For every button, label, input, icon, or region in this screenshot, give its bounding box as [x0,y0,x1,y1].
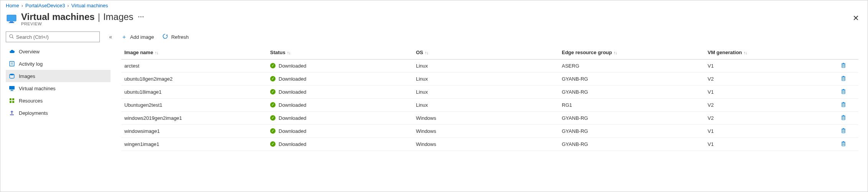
breadcrumbs: Home › PortalAseDevice3 › Virtual machin… [0,0,868,9]
sidebar-item-activity[interactable]: Activity log [6,58,111,70]
delete-button[interactable] [841,141,846,146]
blade-header: Virtual machines | Images ··· PREVIEW [0,9,868,28]
sidebar-item-resources[interactable]: Resources [6,94,111,107]
table-row[interactable]: ubuntu18gen2image2DownloadedLinuxGYANB-R… [121,72,858,85]
title-separator: | [98,12,100,22]
cell-vm-generation: V2 [705,98,838,111]
cell-os: Linux [413,72,559,85]
breadcrumb-home[interactable]: Home [6,3,19,8]
svg-rect-1 [10,22,13,22]
cell-status: Downloaded [267,98,413,111]
svg-rect-13 [12,98,14,100]
close-blade-button[interactable]: ✕ [853,14,859,22]
success-icon [270,128,276,134]
refresh-button[interactable]: Refresh [162,33,189,40]
refresh-icon [162,33,168,40]
more-actions-button[interactable]: ··· [138,13,144,20]
cell-os: Linux [413,59,559,72]
cell-vm-generation: V1 [705,85,838,98]
cell-vm-generation: V1 [705,124,838,137]
sidebar-item-label: Virtual machines [19,86,56,91]
sidebar-item-label: Resources [19,98,43,104]
cell-vm-generation: V2 [705,111,838,124]
svg-rect-9 [9,86,15,89]
col-header-gen[interactable]: VM generation↑↓ [705,46,838,59]
delete-button[interactable] [841,89,846,94]
sidebar-item-images[interactable]: Images [6,70,111,82]
cell-image-name: ubuntu18image1 [121,85,267,98]
cell-resource-group: GYANB-RG [559,111,705,124]
success-icon [270,115,276,121]
cell-resource-group: GYANB-RG [559,72,705,85]
sidebar-item-overview[interactable]: Overview [6,45,111,58]
svg-rect-15 [12,101,14,103]
cell-resource-group: RG1 [559,98,705,111]
svg-line-4 [12,37,13,38]
refresh-label: Refresh [171,34,189,40]
sort-icon: ↑↓ [425,50,428,55]
svg-rect-42 [842,129,845,133]
success-icon [270,141,276,147]
cell-status: Downloaded [267,85,413,98]
delete-button[interactable] [841,128,846,133]
svg-rect-0 [7,15,16,21]
cell-status: Downloaded [267,137,413,151]
table-row[interactable]: Ubuntugen2test1DownloadedLinuxRG1V2 [121,98,858,111]
col-header-name[interactable]: Image name↑↓ [121,46,267,59]
table-row[interactable]: windowsimage1DownloadedWindowsGYANB-RGV1 [121,124,858,137]
cell-status: Downloaded [267,59,413,72]
cell-os: Windows [413,124,559,137]
upload-icon [9,110,15,116]
add-image-label: Add image [130,34,154,40]
vm-blade-icon [6,13,17,25]
delete-button[interactable] [841,115,846,120]
col-header-rg[interactable]: Edge resource group↑↓ [559,46,705,59]
disk-icon [9,73,15,79]
svg-rect-17 [842,64,845,68]
svg-rect-37 [842,116,845,120]
add-image-button[interactable]: ＋ Add image [121,33,154,41]
breadcrumb-vm[interactable]: Virtual machines [71,3,108,8]
success-icon [270,102,276,108]
sidebar-search-input[interactable]: Search (Ctrl+/) [6,31,100,42]
table-header-row: Image name↑↓ Status↑↓ OS↑↓ Edge resource… [121,46,858,59]
grid-icon [9,98,15,104]
delete-button[interactable] [841,76,846,81]
sidebar-item-label: Deployments [19,110,48,116]
cell-resource-group: GYANB-RG [559,85,705,98]
svg-rect-12 [10,98,12,100]
col-header-status[interactable]: Status↑↓ [267,46,413,59]
sidebar-item-deploy[interactable]: Deployments [6,107,111,119]
table-row[interactable]: wingen1image1DownloadedWindowsGYANB-RGV1 [121,137,858,151]
col-header-os[interactable]: OS↑↓ [413,46,559,59]
collapse-sidebar-button[interactable]: « [109,34,111,40]
delete-button[interactable] [841,63,846,68]
cell-vm-generation: V1 [705,137,838,151]
cell-status: Downloaded [267,124,413,137]
sidebar-item-vms[interactable]: Virtual machines [6,82,111,94]
main-content: ＋ Add image Refresh Image name↑↓ Status↑… [114,28,868,192]
cell-status: Downloaded [267,111,413,124]
search-placeholder: Search (Ctrl+/) [16,34,49,40]
cell-image-name: arctest [121,59,267,72]
sidebar: Search (Ctrl+/) « OverviewActivity logIm… [0,28,114,192]
cell-image-name: Ubuntugen2test1 [121,98,267,111]
success-icon [270,76,276,81]
cloud-icon [9,48,15,55]
table-row[interactable]: ubuntu18image1DownloadedLinuxGYANB-RGV1 [121,85,858,98]
table-row[interactable]: windows2019gen2image1DownloadedWindowsGY… [121,111,858,124]
success-icon [270,89,276,94]
svg-rect-14 [10,101,12,103]
breadcrumb-device[interactable]: PortalAseDevice3 [25,3,65,8]
svg-rect-11 [10,91,13,91]
table-row[interactable]: arctestDownloadedLinuxASERGV1 [121,59,858,72]
sort-icon: ↑↓ [744,50,747,55]
sort-icon: ↑↓ [614,50,617,55]
chevron-right-icon: › [21,3,23,8]
cell-vm-generation: V1 [705,59,838,72]
sort-icon: ↑↓ [287,50,290,55]
delete-button[interactable] [841,102,846,107]
cell-resource-group: GYANB-RG [559,137,705,151]
cell-os: Linux [413,98,559,111]
svg-point-8 [10,74,14,75]
